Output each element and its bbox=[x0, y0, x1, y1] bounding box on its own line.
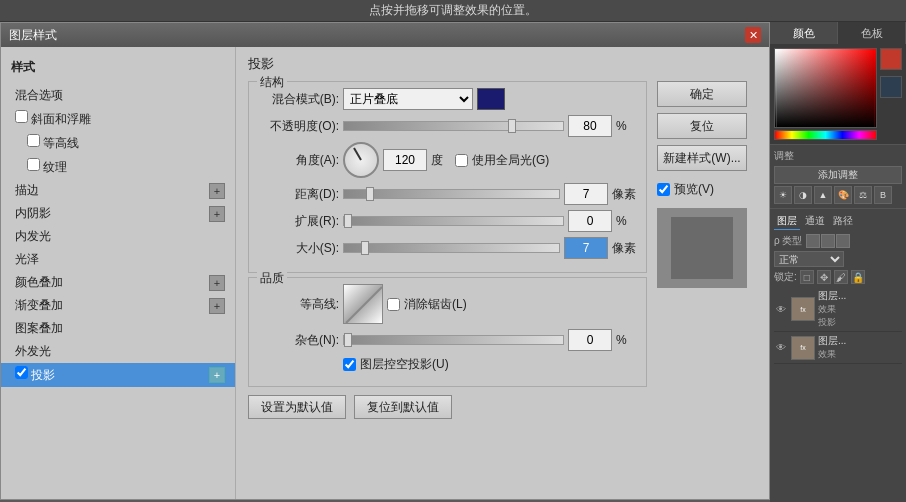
gradient-overlay-add-icon[interactable]: + bbox=[209, 298, 225, 314]
color-overlay-add-icon[interactable]: + bbox=[209, 275, 225, 291]
style-item-inner-glow[interactable]: 内发光 bbox=[1, 225, 235, 248]
layer-sub-1b: 投影 bbox=[818, 316, 902, 329]
size-track[interactable] bbox=[343, 243, 560, 253]
ok-button[interactable]: 确定 bbox=[657, 81, 747, 107]
color-balance-icon[interactable]: ⚖ bbox=[854, 186, 872, 204]
preview-checkbox[interactable] bbox=[657, 183, 670, 196]
fg-color[interactable] bbox=[880, 48, 902, 70]
brightness-adjust-icon[interactable]: ☀ bbox=[774, 186, 792, 204]
levels-adjust-icon[interactable]: ▲ bbox=[814, 186, 832, 204]
lock-icon-3[interactable]: 🖌 bbox=[834, 270, 848, 284]
layer-item-2[interactable]: 👁 fx 图层... 效果 bbox=[774, 332, 902, 364]
drop-shadow-checkbox[interactable] bbox=[15, 366, 28, 379]
distance-track[interactable] bbox=[343, 189, 560, 199]
texture-checkbox[interactable] bbox=[27, 158, 40, 171]
layer-item-1[interactable]: 👁 fx 图层... 效果 投影 bbox=[774, 287, 902, 332]
anti-alias-label[interactable]: 消除锯齿(L) bbox=[387, 296, 467, 313]
size-thumb[interactable] bbox=[361, 241, 369, 255]
type-filter-icons bbox=[806, 234, 850, 248]
set-default-button[interactable]: 设置为默认值 bbox=[248, 395, 346, 419]
add-adjust-button[interactable]: 添加调整 bbox=[774, 166, 902, 184]
spread-row: 扩展(R): % bbox=[259, 210, 636, 232]
style-item-bevel[interactable]: 斜面和浮雕 bbox=[1, 107, 235, 131]
distance-row: 距离(D): 像素 bbox=[259, 183, 636, 205]
filter-icon-1[interactable] bbox=[806, 234, 820, 248]
adjust-section: 调整 添加调整 ☀ ◑ ▲ 🎨 ⚖ B bbox=[770, 144, 906, 208]
color-tab[interactable]: 颜色 bbox=[770, 22, 838, 44]
noise-thumb[interactable] bbox=[344, 333, 352, 347]
style-item-mixoptions[interactable]: 混合选项 bbox=[1, 84, 235, 107]
structure-group: 结构 混合模式(B): 正片叠底 正常 溶解 bbox=[248, 81, 647, 273]
stroke-add-icon[interactable]: + bbox=[209, 183, 225, 199]
eye-icon-2[interactable]: 👁 bbox=[774, 341, 788, 355]
contour-preview[interactable] bbox=[343, 284, 383, 324]
bg-color[interactable] bbox=[880, 76, 902, 98]
close-button[interactable]: ✕ bbox=[745, 27, 761, 43]
bevel-checkbox[interactable] bbox=[15, 110, 28, 123]
size-input[interactable] bbox=[564, 237, 608, 259]
blend-color-swatch[interactable] bbox=[477, 88, 505, 110]
noise-slider[interactable] bbox=[343, 335, 564, 345]
blend-mode-select[interactable]: 正片叠底 正常 溶解 bbox=[343, 88, 473, 110]
hue-adjust-icon[interactable]: 🎨 bbox=[834, 186, 852, 204]
layers-tab-channels[interactable]: 通道 bbox=[802, 213, 828, 230]
style-item-pattern-overlay[interactable]: 图案叠加 bbox=[1, 317, 235, 340]
size-slider[interactable] bbox=[343, 243, 560, 253]
anti-alias-checkbox[interactable] bbox=[387, 298, 400, 311]
style-item-contour[interactable]: 等高线 bbox=[1, 131, 235, 155]
noise-input[interactable] bbox=[568, 329, 612, 351]
style-item-satin[interactable]: 光泽 bbox=[1, 248, 235, 271]
angle-dial[interactable] bbox=[343, 142, 379, 178]
reset-button[interactable]: 复位 bbox=[657, 113, 747, 139]
style-item-gradient-overlay[interactable]: 渐变叠加 + bbox=[1, 294, 235, 317]
contour-checkbox[interactable] bbox=[27, 134, 40, 147]
opacity-thumb[interactable] bbox=[508, 119, 516, 133]
style-item-texture[interactable]: 纹理 bbox=[1, 155, 235, 179]
swatch-tab[interactable]: 色板 bbox=[838, 22, 906, 44]
lock-icon-4[interactable]: 🔒 bbox=[851, 270, 865, 284]
opacity-slider[interactable] bbox=[343, 121, 564, 131]
layer-thumb-1: fx bbox=[791, 297, 815, 321]
reset-default-button[interactable]: 复位到默认值 bbox=[354, 395, 452, 419]
layers-tab-paths[interactable]: 路径 bbox=[830, 213, 856, 230]
global-light-checkbox[interactable] bbox=[455, 154, 468, 167]
spread-input[interactable] bbox=[568, 210, 612, 232]
inner-shadow-add-icon[interactable]: + bbox=[209, 206, 225, 222]
spread-slider[interactable] bbox=[343, 216, 564, 226]
color-gradient[interactable] bbox=[774, 48, 877, 128]
lock-row: 锁定: □ ✥ 🖌 🔒 bbox=[774, 270, 902, 284]
opacity-input[interactable] bbox=[568, 115, 612, 137]
new-style-button[interactable]: 新建样式(W)... bbox=[657, 145, 747, 171]
global-light-label[interactable]: 使用全局光(G) bbox=[455, 152, 549, 169]
style-item-stroke[interactable]: 描边 + bbox=[1, 179, 235, 202]
knockout-label[interactable]: 图层控空投影(U) bbox=[343, 356, 449, 373]
eye-icon-1[interactable]: 👁 bbox=[774, 302, 788, 316]
style-item-outer-glow[interactable]: 外发光 bbox=[1, 340, 235, 363]
noise-track[interactable] bbox=[343, 335, 564, 345]
bw-adjust-icon[interactable]: B bbox=[874, 186, 892, 204]
preview-label[interactable]: 预览(V) bbox=[657, 181, 757, 198]
contrast-adjust-icon[interactable]: ◑ bbox=[794, 186, 812, 204]
spread-track[interactable] bbox=[343, 216, 564, 226]
opacity-track[interactable] bbox=[343, 121, 564, 131]
layers-tab-layers[interactable]: 图层 bbox=[774, 213, 800, 230]
distance-input[interactable] bbox=[564, 183, 608, 205]
distance-thumb[interactable] bbox=[366, 187, 374, 201]
angle-input[interactable] bbox=[383, 149, 427, 171]
lock-icon-1[interactable]: □ bbox=[800, 270, 814, 284]
distance-slider[interactable] bbox=[343, 189, 560, 199]
drop-shadow-add-icon[interactable]: + bbox=[209, 367, 225, 383]
spread-thumb[interactable] bbox=[344, 214, 352, 228]
type-filter-label: ρ 类型 bbox=[774, 234, 802, 248]
color-hue-bar[interactable] bbox=[774, 130, 877, 140]
knockout-checkbox[interactable] bbox=[343, 358, 356, 371]
filter-icon-2[interactable] bbox=[821, 234, 835, 248]
filter-icon-3[interactable] bbox=[836, 234, 850, 248]
lock-icon-2[interactable]: ✥ bbox=[817, 270, 831, 284]
style-item-inner-shadow[interactable]: 内阴影 + bbox=[1, 202, 235, 225]
style-item-color-overlay[interactable]: 颜色叠加 + bbox=[1, 271, 235, 294]
style-item-drop-shadow[interactable]: 投影 + bbox=[1, 363, 235, 387]
preview-checkbox-container: 预览(V) bbox=[657, 181, 757, 198]
layer-blend-select[interactable]: 正常 bbox=[774, 251, 844, 267]
spread-label: 扩展(R): bbox=[259, 213, 339, 230]
